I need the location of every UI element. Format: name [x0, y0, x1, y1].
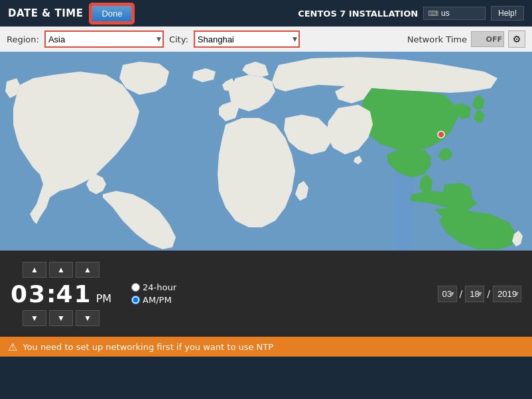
warning-bar: ⚠ You need to set up networking first if…: [0, 337, 532, 357]
warning-icon: ⚠: [8, 341, 17, 353]
ampm-radio[interactable]: [131, 296, 140, 304]
search-input[interactable]: [441, 9, 481, 18]
date-section: 03 / 18 / 2019: [438, 286, 521, 302]
world-map[interactable]: [0, 52, 532, 251]
page-title: DATE & TIME: [8, 7, 83, 19]
hour-down-button[interactable]: ▼: [23, 310, 46, 326]
year-select[interactable]: 2019: [493, 286, 521, 302]
controls-bar: Region: Asia Africa America Antarctica A…: [0, 27, 532, 52]
warning-message: You need to set up networking first if y…: [23, 342, 273, 352]
svg-point-2: [438, 131, 444, 138]
keyboard-icon: ⌨: [428, 9, 438, 18]
day-wrapper: 18: [465, 286, 484, 302]
date-sep-1: /: [460, 288, 463, 299]
toggle-label: OFF: [486, 35, 502, 44]
ampm-option[interactable]: AM/PM: [131, 295, 176, 305]
bottom-panel: ▲ ▲ ▲ 03 : 41 PM ▼ ▼ ▼ 24-hour AM/PM: [0, 251, 532, 337]
ampm-label: AM/PM: [143, 295, 172, 305]
day-select[interactable]: 18: [465, 286, 484, 302]
year-wrapper: 2019: [493, 286, 521, 302]
hour-display: 03: [11, 280, 46, 308]
minute-up-button[interactable]: ▲: [49, 262, 73, 278]
minute-display: 41: [56, 280, 92, 308]
city-label: City:: [169, 34, 188, 44]
map-svg: [0, 52, 532, 251]
region-select-wrapper: Asia Africa America Antarctica Arctic At…: [44, 30, 164, 48]
header-right: CENTOS 7 INSTALLATION ⌨ Help!: [298, 6, 524, 21]
header: DATE & TIME Done CENTOS 7 INSTALLATION ⌨…: [0, 0, 532, 27]
second-up-button[interactable]: ▲: [76, 262, 100, 278]
ampm-display: PM: [96, 292, 111, 305]
help-button[interactable]: Help!: [491, 6, 524, 21]
centos-label: CENTOS 7 INSTALLATION: [298, 9, 418, 19]
gear-icon: ⚙: [513, 34, 521, 44]
region-select[interactable]: Asia Africa America Antarctica Arctic At…: [44, 30, 164, 48]
network-time-section: Network Time OFF ⚙: [407, 30, 525, 48]
network-time-settings-button[interactable]: ⚙: [508, 30, 525, 48]
24hour-radio[interactable]: [131, 283, 140, 292]
date-sep-2: /: [487, 288, 490, 299]
down-arrows-row: ▼ ▼ ▼: [23, 310, 100, 326]
city-select[interactable]: Shanghai Beijing Hong Kong Tokyo Seoul S…: [194, 30, 300, 48]
month-select[interactable]: 03: [438, 286, 457, 302]
network-time-label: Network Time: [407, 34, 467, 44]
month-wrapper: 03: [438, 286, 457, 302]
done-button[interactable]: Done: [91, 5, 133, 23]
24hour-option[interactable]: 24-hour: [131, 282, 176, 292]
region-label: Region:: [7, 34, 39, 44]
time-format-section: 24-hour AM/PM: [131, 282, 176, 305]
second-down-button[interactable]: ▼: [76, 310, 100, 326]
time-section: ▲ ▲ ▲ 03 : 41 PM ▼ ▼ ▼: [11, 262, 111, 326]
up-arrows-row: ▲ ▲ ▲: [23, 262, 100, 278]
city-select-wrapper: Shanghai Beijing Hong Kong Tokyo Seoul S…: [194, 30, 300, 48]
hour-up-button[interactable]: ▲: [23, 262, 46, 278]
header-left: DATE & TIME Done: [8, 5, 133, 23]
24hour-label: 24-hour: [143, 282, 176, 292]
network-time-toggle[interactable]: OFF: [471, 31, 504, 47]
minute-down-button[interactable]: ▼: [49, 310, 73, 326]
search-wrapper: ⌨: [423, 7, 486, 20]
time-display: 03 : 41 PM: [11, 280, 111, 308]
